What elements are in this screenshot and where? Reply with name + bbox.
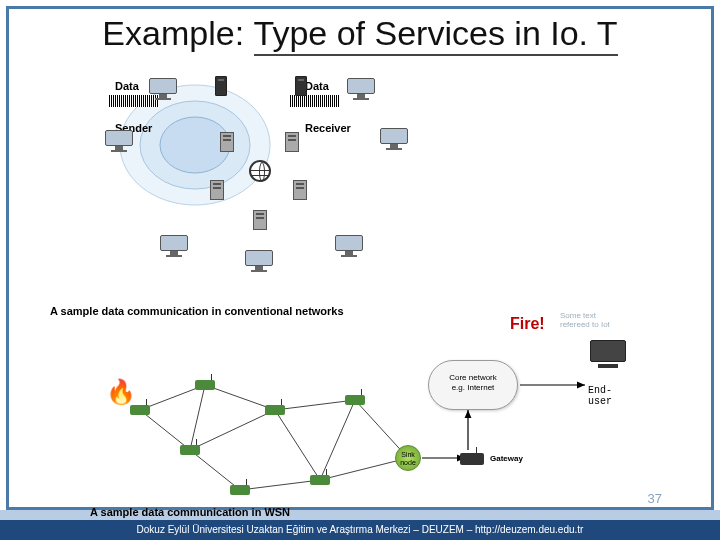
fire-icon: 🔥: [106, 378, 136, 406]
sensor-node-icon: [130, 405, 150, 415]
barcode-right: [290, 95, 340, 107]
gateway-device-icon: [460, 453, 484, 465]
phone-icon: [215, 76, 227, 96]
sensor-node-icon: [230, 485, 250, 495]
fire-alert-text: Fire!: [510, 315, 545, 333]
internet-cloud: Core networke.g. Internet: [428, 360, 518, 410]
svg-line-12: [275, 400, 355, 410]
caption-wsn: A sample data communication in WSN: [90, 506, 290, 518]
globe-icon: [249, 160, 271, 182]
extra-semi-visible-text: Some textrefereed to Iot: [560, 312, 610, 330]
sensor-node-icon: [180, 445, 200, 455]
sink-node: Sinknode: [395, 445, 421, 471]
content-area: Data Data Sender Receiver A sample: [20, 60, 700, 500]
svg-line-7: [190, 385, 205, 450]
svg-line-10: [240, 480, 320, 490]
svg-line-5: [140, 410, 190, 450]
footer-text: Dokuz Eylül Üniversitesi Uzaktan Eğitim …: [0, 520, 720, 540]
gateway-label: Gateway: [490, 454, 523, 463]
server-icon: [293, 180, 307, 200]
monitor-icon: [347, 78, 375, 102]
label-data-left: Data: [115, 80, 139, 92]
svg-line-9: [190, 450, 240, 490]
monitor-icon: [335, 235, 363, 259]
server-icon: [210, 180, 224, 200]
sensor-node-icon: [345, 395, 365, 405]
server-icon: [253, 210, 267, 230]
monitor-icon: [245, 250, 273, 274]
slide-title: Example: Type of Services in Io. T: [0, 14, 720, 56]
server-icon: [220, 132, 234, 152]
phone-icon: [295, 76, 307, 96]
svg-line-8: [190, 410, 275, 450]
caption-conventional: A sample data communication in conventio…: [50, 305, 344, 317]
svg-line-11: [275, 410, 320, 480]
monitor-icon: [149, 78, 177, 102]
server-icon: [285, 132, 299, 152]
enduser-label: End-user: [588, 385, 630, 407]
sensor-node-icon: [195, 380, 215, 390]
enduser-pc-icon: [590, 340, 626, 370]
wsn-connection-lines: [110, 350, 630, 530]
svg-line-13: [320, 400, 355, 480]
sensor-node-icon: [310, 475, 330, 485]
sensor-node-icon: [265, 405, 285, 415]
monitor-icon: [380, 128, 408, 152]
conventional-network-diagram: Data Data Sender Receiver: [115, 80, 415, 214]
label-receiver: Receiver: [305, 122, 351, 134]
page-number: 37: [648, 491, 662, 506]
monitor-icon: [160, 235, 188, 259]
monitor-icon: [105, 130, 133, 154]
label-data-right: Data: [305, 80, 329, 92]
